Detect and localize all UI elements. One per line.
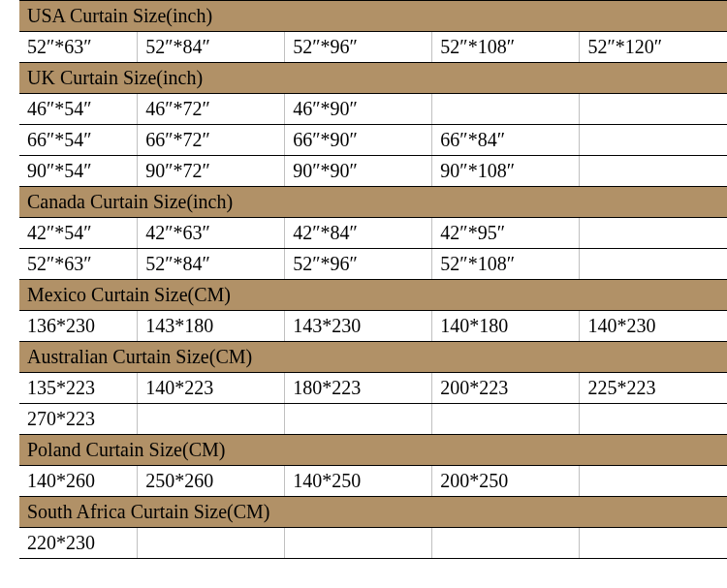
table-row: 140*260250*260140*250200*250 — [19, 466, 727, 497]
table-row: 42″*54″42″*63″42″*84″42″*95″ — [19, 218, 727, 249]
table-cell: 90″*72″ — [138, 156, 285, 187]
table-cell — [580, 156, 727, 187]
table-cell: 143*180 — [138, 311, 285, 342]
table-cell — [138, 404, 285, 435]
table-cell: 66″*72″ — [138, 125, 285, 156]
table-row: 66″*54″66″*72″66″*90″66″*84″ — [19, 125, 727, 156]
section-header-cell: Australian Curtain Size(CM) — [19, 342, 727, 373]
table-cell: 52″*63″ — [19, 32, 138, 63]
table-cell: 250*260 — [138, 466, 285, 497]
table-cell: 42″*54″ — [19, 218, 138, 249]
curtain-size-table: USA Curtain Size(inch)52″*63″52″*84″52″*… — [19, 0, 727, 559]
section-header: Poland Curtain Size(CM) — [19, 435, 727, 466]
table-cell — [285, 404, 432, 435]
section-header-cell: Poland Curtain Size(CM) — [19, 435, 727, 466]
section-header: Canada Curtain Size(inch) — [19, 187, 727, 218]
table-cell: 136*230 — [19, 311, 138, 342]
table-cell: 180*223 — [285, 373, 432, 404]
table-cell: 52″*84″ — [138, 249, 285, 280]
table-cell: 52″*108″ — [432, 32, 580, 63]
table-cell: 140*180 — [432, 311, 580, 342]
table-cell: 46″*90″ — [285, 94, 432, 125]
table-cell — [580, 466, 727, 497]
table-cell — [580, 404, 727, 435]
table-cell: 66″*90″ — [285, 125, 432, 156]
table-cell: 52″*84″ — [138, 32, 285, 63]
table-cell — [432, 528, 580, 559]
table-cell: 140*230 — [580, 311, 727, 342]
table-cell: 66″*54″ — [19, 125, 138, 156]
table-cell: 140*250 — [285, 466, 432, 497]
table-cell: 225*223 — [580, 373, 727, 404]
table-cell: 200*223 — [432, 373, 580, 404]
table-cell: 220*230 — [19, 528, 138, 559]
table-cell: 52″*108″ — [432, 249, 580, 280]
table-cell: 52″*96″ — [285, 249, 432, 280]
table-cell: 143*230 — [285, 311, 432, 342]
table-row: 52″*63″52″*84″52″*96″52″*108″52″*120″ — [19, 32, 727, 63]
table-cell: 46″*72″ — [138, 94, 285, 125]
table-cell: 135*223 — [19, 373, 138, 404]
table-cell: 270*223 — [19, 404, 138, 435]
section-header: UK Curtain Size(inch) — [19, 63, 727, 94]
table-cell — [138, 528, 285, 559]
table-row: 135*223140*223180*223200*223225*223 — [19, 373, 727, 404]
table-cell: 90″*108″ — [432, 156, 580, 187]
table-cell — [580, 125, 727, 156]
table-cell: 42″*63″ — [138, 218, 285, 249]
table-cell — [432, 404, 580, 435]
table-cell — [285, 528, 432, 559]
table-cell: 42″*95″ — [432, 218, 580, 249]
table-row: 270*223 — [19, 404, 727, 435]
table-cell: 140*260 — [19, 466, 138, 497]
table-cell: 140*223 — [138, 373, 285, 404]
section-header: South Africa Curtain Size(CM) — [19, 497, 727, 528]
section-header: USA Curtain Size(inch) — [19, 1, 727, 32]
section-header-cell: South Africa Curtain Size(CM) — [19, 497, 727, 528]
section-header: Mexico Curtain Size(CM) — [19, 280, 727, 311]
table-cell: 52″*96″ — [285, 32, 432, 63]
section-header-cell: Canada Curtain Size(inch) — [19, 187, 727, 218]
table-cell: 90″*54″ — [19, 156, 138, 187]
table-cell — [580, 249, 727, 280]
table-cell: 52″*63″ — [19, 249, 138, 280]
section-header: Australian Curtain Size(CM) — [19, 342, 727, 373]
table-cell: 42″*84″ — [285, 218, 432, 249]
table-cell: 66″*84″ — [432, 125, 580, 156]
section-header-cell: Mexico Curtain Size(CM) — [19, 280, 727, 311]
table-cell — [580, 218, 727, 249]
table-cell: 200*250 — [432, 466, 580, 497]
table-cell — [580, 528, 727, 559]
table-row: 90″*54″90″*72″90″*90″90″*108″ — [19, 156, 727, 187]
table-cell: 46″*54″ — [19, 94, 138, 125]
table-cell: 90″*90″ — [285, 156, 432, 187]
section-header-cell: USA Curtain Size(inch) — [19, 1, 727, 32]
table-row: 136*230143*180143*230140*180140*230 — [19, 311, 727, 342]
section-header-cell: UK Curtain Size(inch) — [19, 63, 727, 94]
table-cell: 52″*120″ — [580, 32, 727, 63]
table-cell — [580, 94, 727, 125]
table-cell — [432, 94, 580, 125]
table-row: 46″*54″46″*72″46″*90″ — [19, 94, 727, 125]
table-row: 220*230 — [19, 528, 727, 559]
table-row: 52″*63″52″*84″52″*96″52″*108″ — [19, 249, 727, 280]
